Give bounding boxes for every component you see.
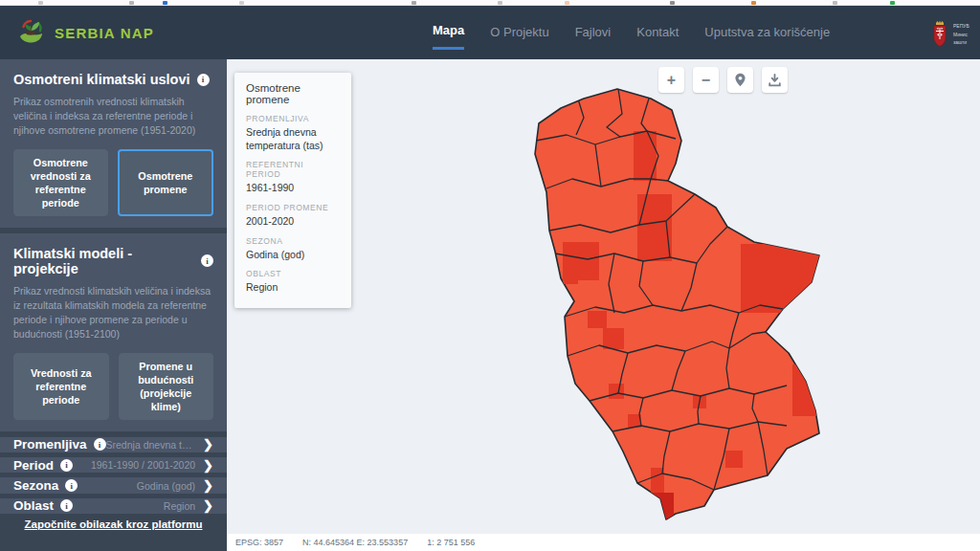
map-panel[interactable]: Osmotrene promene PROMENLJIVA Srednja dn… [227, 59, 980, 534]
observed-climate-title: Osmotreni klimatski uslovi i [13, 72, 213, 87]
observed-values-button[interactable]: Osmotrene vrednosti za referentne period… [13, 149, 108, 216]
ministry-crest: РЕПУБ Минис зашти [930, 13, 980, 55]
tour-area: Započnite obilazak kroz platformu [0, 518, 227, 551]
scale-readout: 1: 2 751 556 [427, 538, 475, 547]
filter-value: Region [164, 500, 195, 512]
info-icon[interactable]: i [60, 459, 73, 472]
observed-changes-button[interactable]: Osmotrene promene [118, 149, 214, 216]
selection-info-card: Osmotrene promene PROMENLJIVA Srednja dn… [234, 73, 351, 308]
nav-item-uputstva[interactable]: Uputstva za korišćenje [704, 17, 830, 49]
chevron-right-icon: ❯ [203, 478, 213, 493]
app-window: { "header": { "brand": "SERBIA NAP", "na… [0, 0, 980, 551]
field-value: Region [246, 281, 340, 295]
future-changes-button[interactable]: Promene u budućnosti (projekcije klime) [119, 353, 214, 420]
filter-row-sezona[interactable]: Sezona i Godina (god) ❯ [0, 477, 227, 493]
zoom-out-button[interactable]: − [693, 67, 719, 93]
zoom-in-button[interactable]: + [658, 67, 684, 93]
field-label: REFERENTNI PERIOD [246, 160, 340, 179]
info-icon[interactable]: i [60, 499, 73, 512]
filter-row-oblast[interactable]: Oblast i Region ❯ [0, 498, 227, 514]
climate-models-title: Klimatski modeli - projekcije i [13, 246, 213, 276]
climate-models-description: Prikaz vrednosti klimatskih veličina i i… [13, 284, 213, 342]
filter-value: Srednja dnevna temper... [106, 439, 196, 451]
observed-climate-description: Prikaz osmotrenih vrednosti klimatskih v… [13, 95, 213, 139]
nav-item-fajlovi[interactable]: Fajlovi [575, 17, 612, 49]
location-pin-icon [734, 73, 746, 87]
serbia-coat-of-arms-icon [930, 20, 949, 49]
info-icon[interactable]: i [197, 74, 210, 86]
brand-logo[interactable]: SERBIA NAP [17, 17, 154, 48]
filter-value: 1961-1990 / 2001-2020 [91, 459, 195, 471]
field-label: OBLAST [246, 269, 340, 278]
field-label: PROMENLJIVA [246, 114, 340, 123]
filter-value: Godina (god) [137, 480, 195, 492]
field-label: PERIOD PROMENE [246, 203, 340, 212]
nav-item-mapa[interactable]: Mapa [433, 15, 464, 50]
filter-row-period[interactable]: Period i 1961-1990 / 2001-2020 ❯ [0, 457, 227, 473]
ministry-crest-text: РЕПУБ Минис зашти [953, 22, 969, 47]
main-nav: Mapa O Projektu Fajlovi Kontakt Uputstva… [433, 15, 830, 50]
filter-label: Oblast i [13, 498, 73, 513]
info-icon[interactable]: i [94, 438, 106, 451]
chevron-right-icon: ❯ [203, 498, 213, 513]
field-value: Srednja dnevna temperatura (tas) [246, 126, 340, 152]
app-header: SERBIA NAP Mapa O Projektu Fajlovi Konta… [0, 6, 980, 59]
filter-row-promenljiva[interactable]: Promenljiva i Srednja dnevna temper... ❯ [0, 437, 227, 452]
info-card-title: Osmotrene promene [246, 82, 340, 105]
field-value: Godina (god) [246, 249, 340, 262]
download-icon [768, 74, 781, 87]
field-value: 2001-2020 [246, 215, 340, 229]
map-status-bar: EPSG: 3857 N: 44.645364 E: 23.553357 1: … [227, 534, 980, 551]
chevron-right-icon: ❯ [203, 437, 213, 452]
field-label: SEZONA [246, 236, 340, 246]
climate-models-section: Klimatski modeli - projekcije i Prikaz v… [0, 233, 227, 431]
filter-label: Promenljiva i [13, 437, 106, 452]
info-icon[interactable]: i [65, 479, 78, 492]
serbia-nap-logo-icon [17, 17, 46, 48]
nav-item-o-projektu[interactable]: O Projektu [490, 17, 548, 49]
map-controls: + − [658, 67, 788, 93]
brand-name: SERBIA NAP [55, 25, 154, 41]
reference-values-button[interactable]: Vrednosti za referentne periode [13, 353, 109, 420]
filter-label: Period i [13, 458, 73, 473]
download-button[interactable] [762, 67, 788, 93]
info-icon[interactable]: i [201, 254, 213, 267]
serbia-choropleth-map[interactable] [507, 81, 823, 528]
locate-button[interactable] [727, 67, 753, 93]
field-value: 1961-1990 [246, 182, 340, 195]
nav-item-kontakt[interactable]: Kontakt [636, 17, 679, 49]
epsg-readout: EPSG: 3857 [235, 538, 283, 547]
observed-climate-section: Osmotreni klimatski uslovi i Prikaz osmo… [0, 59, 227, 228]
tour-link[interactable]: Započnite obilazak kroz platformu [25, 518, 203, 530]
coordinates-readout: N: 44.645364 E: 23.553357 [302, 538, 408, 547]
filter-label: Sezona i [13, 478, 78, 493]
sidebar: Osmotreni klimatski uslovi i Prikaz osmo… [0, 59, 227, 551]
chevron-right-icon: ❯ [203, 458, 213, 473]
